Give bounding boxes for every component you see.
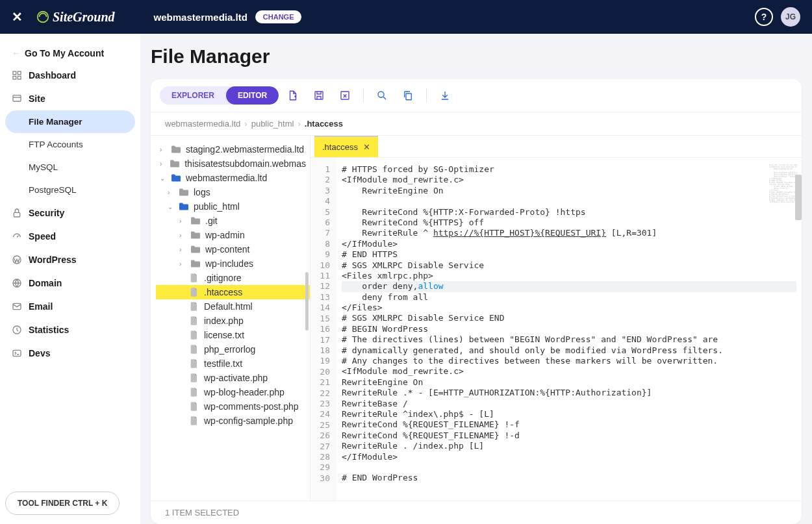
minimap[interactable]: # HTTPS forced by SG-Optimizer <IfModule…: [769, 164, 798, 203]
file-icon: [190, 316, 200, 326]
tree-file[interactable]: .htaccess: [156, 285, 310, 299]
nav-label: Dashboard: [29, 70, 76, 81]
new-file-icon[interactable]: [281, 86, 305, 105]
nav-label: Email: [29, 301, 53, 312]
sidebar-item-wordpress[interactable]: WordPress: [5, 248, 135, 271]
tree-label: webmastermedia.ltd: [186, 173, 267, 183]
tree-label: public_html: [194, 201, 240, 212]
tree-file[interactable]: wp-config-sample.php: [156, 414, 310, 428]
tree-file[interactable]: .gitignore: [156, 271, 310, 285]
tree-folder[interactable]: ›wp-admin: [156, 228, 310, 242]
tree-label: wp-includes: [205, 258, 253, 269]
tree-folder[interactable]: ›wp-includes: [156, 256, 310, 271]
file-icon: [190, 301, 200, 312]
search-icon[interactable]: [370, 86, 394, 105]
topbar: ✕ SiteGround webmastermedia.ltd CHANGE ?…: [0, 0, 812, 34]
sidebar-item-speed[interactable]: Speed: [5, 225, 135, 248]
svg-rect-3: [13, 76, 16, 79]
tree-label: logs: [194, 187, 210, 197]
tree-label: .htaccess: [204, 287, 242, 297]
code-area[interactable]: 1234567891011121314151617181920212223242…: [311, 158, 802, 501]
breadcrumb: webmastermedia.ltd›public_html›.htaccess: [151, 112, 802, 136]
tree-label: wp-comments-post.php: [204, 401, 299, 412]
file-tree[interactable]: ›staging2.webmastermedia.ltd›thisisatest…: [151, 136, 311, 501]
download-icon[interactable]: [433, 86, 457, 105]
sidebar-item-devs[interactable]: Devs: [5, 342, 135, 365]
tree-file[interactable]: testfile.txt: [156, 356, 310, 371]
explorer-tab[interactable]: EXPLORER: [160, 86, 226, 105]
folder-icon: [178, 188, 190, 197]
tree-label: wp-blog-header.php: [204, 387, 285, 397]
tool-finder-button[interactable]: TOOL FINDER CTRL + K: [5, 492, 120, 515]
tab-label: .htaccess: [322, 142, 358, 152]
nav-label: Security: [29, 208, 64, 218]
svg-rect-5: [13, 95, 21, 101]
tree-file[interactable]: php_errorlog: [156, 342, 310, 356]
sidebar-item-security[interactable]: Security: [5, 201, 135, 225]
tree-label: .git: [205, 216, 218, 226]
folder-icon: [190, 216, 201, 225]
tree-file[interactable]: wp-blog-header.php: [156, 385, 310, 399]
editor-tabs: .htaccess ✕: [311, 136, 802, 158]
back-to-account[interactable]: ← Go To My Account: [5, 43, 135, 64]
dashboard-icon: [12, 70, 22, 81]
separator: [363, 88, 364, 103]
tree-folder[interactable]: ›logs: [156, 185, 310, 199]
sidebar-sub-file-manager[interactable]: File Manager: [5, 110, 135, 133]
sidebar-sub-mysql[interactable]: MySQL: [5, 156, 135, 179]
change-button[interactable]: CHANGE: [255, 10, 302, 23]
tree-label: wp-admin: [205, 230, 245, 240]
tree-label: wp-activate.php: [204, 373, 268, 383]
svg-point-14: [378, 92, 384, 97]
breadcrumb-part[interactable]: public_html: [251, 119, 294, 129]
svg-rect-2: [18, 71, 21, 75]
tree-label: wp-content: [205, 244, 249, 255]
globe-icon: [12, 278, 22, 288]
sidebar-item-dashboard[interactable]: Dashboard: [5, 64, 135, 87]
tree-folder[interactable]: ⌄public_html: [156, 199, 310, 214]
editor-scrollbar[interactable]: [795, 175, 802, 220]
editor-tab[interactable]: EDITOR: [226, 86, 279, 105]
file-icon: [190, 387, 200, 397]
tree-folder[interactable]: ›thisisatestsubdomain.webmas: [156, 156, 310, 171]
sidebar-sub-ftp-accounts[interactable]: FTP Accounts: [5, 133, 135, 156]
tree-label: index.php: [204, 316, 244, 326]
topbar-left: ✕ SiteGround webmastermedia.ltd CHANGE: [12, 9, 301, 25]
chevron-icon: ›: [179, 246, 186, 253]
copy-icon[interactable]: [396, 86, 420, 105]
tree-file[interactable]: wp-activate.php: [156, 371, 310, 385]
help-icon[interactable]: ?: [755, 8, 773, 26]
tab-close-icon[interactable]: ✕: [363, 142, 370, 152]
tree-label: testfile.txt: [204, 358, 242, 369]
logo[interactable]: SiteGround: [36, 10, 115, 25]
workspace: ›staging2.webmastermedia.ltd›thisisatest…: [151, 136, 802, 501]
chevron-icon: ›: [160, 146, 166, 153]
code-lines[interactable]: # HTTPS forced by SG-Optimizer<IfModule …: [336, 158, 802, 501]
toolbar: EXPLORER EDITOR: [151, 79, 802, 112]
tree-scrollbar[interactable]: [305, 272, 309, 331]
sidebar-item-email[interactable]: Email: [5, 295, 135, 318]
save-icon[interactable]: [307, 86, 331, 105]
view-segment: EXPLORER EDITOR: [160, 86, 279, 105]
sidebar-item-domain[interactable]: Domain: [5, 271, 135, 295]
avatar[interactable]: JG: [781, 7, 800, 27]
breadcrumb-part[interactable]: .htaccess: [305, 119, 343, 129]
tree-file[interactable]: wp-comments-post.php: [156, 399, 310, 414]
tree-folder[interactable]: ⌄webmastermedia.ltd: [156, 171, 310, 185]
tree-file[interactable]: Default.html: [156, 299, 310, 314]
sidebar-sub-postgresql[interactable]: PostgreSQL: [5, 179, 135, 201]
tree-folder[interactable]: ›staging2.webmastermedia.ltd: [156, 142, 310, 156]
folder-icon: [169, 159, 181, 168]
tree-file[interactable]: index.php: [156, 314, 310, 328]
tree-folder[interactable]: ›.git: [156, 214, 310, 228]
discard-icon[interactable]: [333, 86, 357, 105]
tree-label: php_errorlog: [204, 344, 255, 355]
close-icon[interactable]: ✕: [12, 9, 23, 25]
tree-folder[interactable]: ›wp-content: [156, 242, 310, 256]
editor-tab-htaccess[interactable]: .htaccess ✕: [314, 136, 378, 157]
breadcrumb-part[interactable]: webmastermedia.ltd: [165, 119, 240, 129]
sidebar-item-site[interactable]: Site: [5, 87, 135, 110]
tree-file[interactable]: license.txt: [156, 328, 310, 342]
sidebar-item-statistics[interactable]: Statistics: [5, 318, 135, 342]
file-icon: [190, 273, 200, 283]
